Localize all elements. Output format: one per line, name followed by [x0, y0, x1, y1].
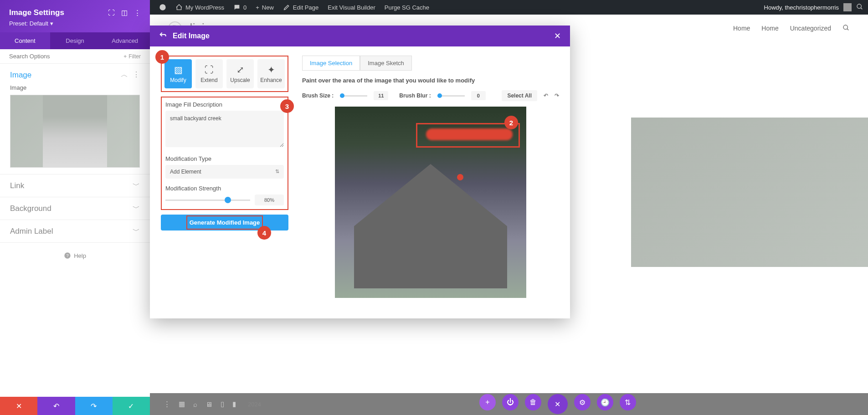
- tab-content[interactable]: Content: [0, 32, 50, 49]
- link-section[interactable]: Link ﹀: [0, 174, 150, 197]
- tab-design[interactable]: Design: [50, 32, 100, 49]
- strength-value[interactable]: 80%: [255, 195, 284, 205]
- tablet-icon[interactable]: ▯: [221, 400, 224, 408]
- search-icon[interactable]: [842, 24, 850, 33]
- nav-home[interactable]: Home: [733, 25, 750, 32]
- plus-icon: +: [123, 53, 127, 60]
- more-icon[interactable]: ⋮: [134, 9, 141, 17]
- help-label: Help: [74, 252, 86, 259]
- svg-line-1: [847, 29, 848, 30]
- settings-title: Image Settings: [9, 8, 64, 17]
- modification-type-label: Modification Type: [165, 155, 284, 162]
- undo-icon: ↶: [53, 402, 59, 410]
- fill-description-input[interactable]: small backyard creek: [165, 111, 284, 147]
- preset-selector[interactable]: Preset: Default ▾: [9, 20, 141, 27]
- close-modal-button[interactable]: ✕: [554, 31, 561, 41]
- modal-title: Edit Image: [173, 32, 210, 40]
- slider-thumb[interactable]: [225, 197, 231, 203]
- svg-point-3: [857, 4, 861, 8]
- mode-upscale-button[interactable]: ⤢ Upscale: [226, 59, 254, 88]
- select-all-button[interactable]: Select All: [502, 90, 537, 101]
- help-link[interactable]: ? Help: [0, 243, 150, 268]
- brush-blur-slider[interactable]: [437, 95, 465, 97]
- fill-section: 3 Image Fill Description small backyard …: [161, 97, 288, 210]
- fill-description-label: Image Fill Description: [165, 101, 284, 108]
- chevron-up-icon[interactable]: ︿: [121, 70, 128, 80]
- toolbar-more-icon[interactable]: ⋮: [164, 400, 170, 408]
- image-thumbnail[interactable]: [10, 95, 140, 168]
- howdy-text[interactable]: Howdy, thechristophermorris: [764, 4, 839, 11]
- modification-type-select[interactable]: Add Element: [165, 165, 284, 179]
- strength-slider[interactable]: [165, 200, 250, 201]
- section-more-icon[interactable]: ⋮: [133, 70, 140, 80]
- edit-page-item[interactable]: Edit Page: [278, 4, 323, 11]
- panel-icon[interactable]: ◫: [121, 9, 128, 17]
- brush-size-value[interactable]: 11: [374, 91, 388, 100]
- extend-icon: ⛶: [205, 65, 214, 75]
- settings-circle-button[interactable]: ⚙: [574, 394, 591, 410]
- nav-uncategorized[interactable]: Uncategorized: [790, 25, 831, 32]
- paint-instruction: Paint over the area of the image that yo…: [302, 77, 559, 84]
- search-icon-admin[interactable]: [856, 3, 863, 12]
- desktop-icon[interactable]: 🖥: [205, 400, 212, 408]
- mode-upscale-label: Upscale: [230, 77, 250, 83]
- modification-strength-label: Modification Strength: [165, 185, 284, 192]
- user-avatar[interactable]: [843, 3, 852, 11]
- exit-vb-item[interactable]: Exit Visual Builder: [323, 4, 380, 11]
- paint-selection-box: [416, 123, 520, 148]
- mode-enhance-button[interactable]: ✦ Enhance: [257, 59, 285, 88]
- sort-circle-button[interactable]: ⇅: [620, 394, 636, 410]
- site-name-item[interactable]: My WordPress: [171, 4, 229, 11]
- chevron-down-icon: ﹀: [133, 226, 140, 236]
- comments-item[interactable]: 0: [229, 4, 251, 11]
- undo-button[interactable]: ↶: [37, 397, 75, 415]
- image-settings-panel: Image Settings ⛶ ◫ ⋮ Preset: Default ▾ C…: [0, 0, 150, 415]
- search-options-input[interactable]: [9, 53, 123, 60]
- canvas-redo-icon[interactable]: ↷: [555, 92, 559, 99]
- mode-extend-label: Extend: [200, 77, 217, 83]
- image-section: Image ︿ ⋮ Image: [0, 64, 150, 174]
- filter-button[interactable]: + Filter: [123, 53, 141, 60]
- edit-image-modal: Edit Image ✕ 1 ▧ Modify ⛶ Extend ⤢ Upsca…: [150, 26, 570, 318]
- search-row: + Filter: [0, 49, 150, 64]
- wireframe-icon[interactable]: ▦: [179, 400, 185, 408]
- phone-icon[interactable]: ▮: [232, 400, 236, 408]
- chevron-down-icon: ﹀: [133, 204, 140, 213]
- mode-modify-button[interactable]: ▧ Modify: [164, 59, 192, 88]
- tab-image-selection[interactable]: Image Selection: [302, 56, 360, 71]
- purge-cache-item[interactable]: Purge SG Cache: [380, 4, 434, 11]
- new-item[interactable]: + New: [251, 4, 278, 11]
- tab-image-sketch[interactable]: Image Sketch: [360, 56, 412, 71]
- background-section[interactable]: Background ﹀: [0, 197, 150, 220]
- zoom-icon[interactable]: ⌕: [193, 400, 197, 408]
- settings-header: Image Settings ⛶ ◫ ⋮ Preset: Default ▾: [0, 0, 150, 32]
- brush-blur-value[interactable]: 0: [471, 91, 486, 100]
- section-title-image[interactable]: Image: [10, 71, 31, 80]
- canvas-roof-shape: [354, 164, 507, 288]
- chevron-down-icon: ﹀: [133, 181, 140, 190]
- mode-modify-label: Modify: [170, 77, 186, 83]
- mode-extend-button[interactable]: ⛶ Extend: [195, 59, 223, 88]
- tab-advanced[interactable]: Advanced: [100, 32, 150, 49]
- power-circle-button[interactable]: ⏻: [502, 394, 519, 410]
- brush-size-slider[interactable]: [340, 95, 367, 97]
- discard-button[interactable]: ✕: [0, 397, 37, 415]
- settings-tabs: Content Design Advanced: [0, 32, 150, 49]
- redo-button[interactable]: ↷: [75, 397, 113, 415]
- site-nav: Home Home Uncategorized: [733, 24, 850, 33]
- add-circle-button[interactable]: +: [479, 394, 496, 410]
- save-button[interactable]: ✓: [113, 397, 150, 415]
- nav-home-2[interactable]: Home: [761, 25, 778, 32]
- history-circle-button[interactable]: 🕘: [597, 394, 613, 410]
- admin-label-section[interactable]: Admin Label ﹀: [0, 220, 150, 243]
- back-button[interactable]: [159, 31, 166, 41]
- modal-header: Edit Image ✕: [150, 26, 570, 46]
- trash-circle-button[interactable]: 🗑: [525, 394, 541, 410]
- cursor-dot: [457, 174, 463, 180]
- annotation-3: 3: [280, 99, 294, 113]
- image-canvas[interactable]: 2: [335, 107, 526, 298]
- wp-logo[interactable]: [154, 4, 171, 11]
- close-circle-button[interactable]: ✕: [548, 394, 568, 414]
- expand-icon[interactable]: ⛶: [108, 9, 115, 17]
- canvas-undo-icon[interactable]: ↶: [544, 92, 548, 99]
